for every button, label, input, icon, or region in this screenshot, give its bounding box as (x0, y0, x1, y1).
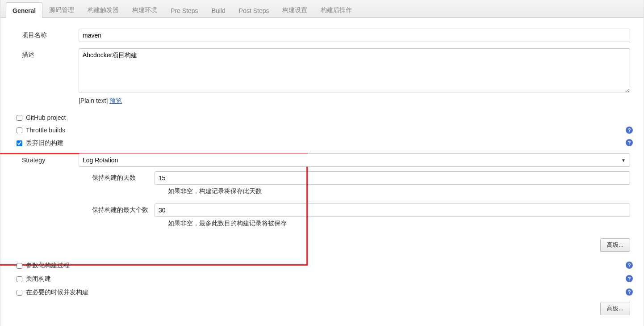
tab-buildsettings[interactable]: 构建设置 (276, 1, 314, 18)
config-tabbar: General 源码管理 构建触发器 构建环境 Pre Steps Build … (0, 0, 644, 18)
throttle-builds-checkbox[interactable] (17, 127, 22, 133)
plaintext-label: [Plain text] (79, 97, 108, 104)
keep-max-hint: 如果非空，最多此数目的构建记录将被保存 (168, 220, 630, 228)
discard-old-builds-label[interactable]: 丢弃旧的构建 (26, 139, 63, 147)
keep-days-hint: 如果非空，构建记录将保存此天数 (168, 187, 630, 195)
general-panel: 项目名称 描述 [Plain text] 预览 GitHub project T… (0, 18, 644, 326)
tab-triggers[interactable]: 构建触发器 (81, 1, 125, 18)
parameterized-checkbox[interactable] (17, 263, 22, 269)
help-icon[interactable]: ? (626, 275, 633, 282)
tab-postactions[interactable]: 构建后操作 (314, 1, 359, 18)
github-project-label[interactable]: GitHub project (26, 114, 66, 121)
tab-general[interactable]: General (6, 2, 42, 18)
keep-days-input[interactable] (155, 171, 630, 185)
project-name-label: 项目名称 (14, 29, 79, 39)
tab-scm[interactable]: 源码管理 (42, 1, 81, 18)
disable-build-label[interactable]: 关闭构建 (26, 275, 51, 283)
preview-link[interactable]: 预览 (109, 97, 122, 104)
description-textarea[interactable] (79, 48, 630, 93)
description-label: 描述 (14, 48, 79, 59)
concurrent-checkbox[interactable] (17, 290, 22, 296)
tab-env[interactable]: 构建环境 (125, 1, 164, 18)
advanced-button[interactable]: 高级... (600, 238, 630, 252)
discard-old-builds-checkbox[interactable] (17, 140, 22, 146)
disable-build-checkbox[interactable] (17, 276, 22, 282)
keep-max-label: 保持构建的最大个数 (79, 206, 155, 214)
help-icon[interactable]: ? (626, 262, 633, 269)
advanced-button[interactable]: 高级... (600, 302, 630, 315)
parameterized-label[interactable]: 参数化构建过程 (26, 262, 70, 270)
tab-presteps[interactable]: Pre Steps (164, 2, 205, 18)
concurrent-label[interactable]: 在必要的时候并发构建 (26, 288, 88, 296)
help-icon[interactable]: ? (626, 139, 633, 146)
strategy-label: Strategy (14, 157, 79, 164)
project-name-input[interactable] (79, 29, 630, 42)
keep-max-input[interactable] (155, 203, 630, 217)
github-project-checkbox[interactable] (17, 115, 22, 121)
keep-days-label: 保持构建的天数 (79, 174, 155, 182)
help-icon[interactable]: ? (626, 127, 633, 134)
strategy-select[interactable]: Log Rotation (79, 153, 630, 167)
tab-poststeps[interactable]: Post Steps (232, 2, 276, 18)
help-icon[interactable]: ? (626, 288, 633, 296)
throttle-builds-label[interactable]: Throttle builds (26, 127, 65, 134)
tab-build[interactable]: Build (205, 2, 232, 18)
